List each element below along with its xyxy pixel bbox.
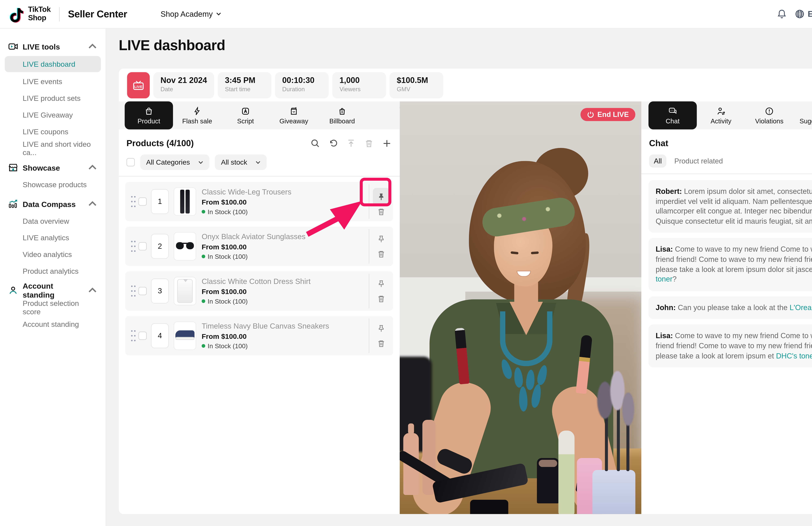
- tab-giveaway[interactable]: Giveaway: [270, 101, 318, 129]
- left-tabstrip: Product Flash sale Script Giveaway: [119, 101, 400, 129]
- svg-text:LIVE: LIVE: [134, 84, 143, 88]
- pin-outline-icon[interactable]: [377, 235, 386, 243]
- globe-icon: [795, 9, 805, 19]
- row-number: 2: [151, 234, 169, 259]
- in-stock-dot: [202, 210, 205, 214]
- in-stock-dot: [202, 255, 205, 258]
- sidebar-group-showcase[interactable]: Showcase: [0, 159, 105, 176]
- tab-product[interactable]: Product: [125, 101, 173, 129]
- drag-handle-icon[interactable]: [130, 329, 136, 342]
- chat-heading: Chat: [649, 138, 668, 148]
- sidebar-item-live-events[interactable]: LIVE events: [0, 73, 105, 89]
- product-stock: In Stock (100): [202, 253, 369, 260]
- pin-button-active[interactable]: [373, 188, 390, 205]
- pin-outline-icon[interactable]: [377, 279, 386, 288]
- giveaway-box-icon: [289, 106, 298, 115]
- chat-author: Lisa:: [656, 245, 673, 253]
- product-name: Classic Wide-Leg Trousers: [202, 188, 369, 196]
- sidebar-item-data-overview[interactable]: Data overview: [0, 213, 105, 229]
- live-video-player[interactable]: Creator name End LIVE: [400, 101, 641, 514]
- person-icon: [8, 286, 18, 295]
- sidebar-item-showcase-products[interactable]: Showcase products: [0, 176, 105, 192]
- end-live-button[interactable]: End LIVE: [581, 108, 635, 121]
- product-name: Timeless Navy Blue Canvas Sneakers: [202, 322, 369, 331]
- stock-dropdown[interactable]: All stock: [215, 155, 267, 170]
- sidebar-item-live-giveaway[interactable]: LIVE Giveaway: [0, 107, 105, 123]
- sidebar-item-live-product-sets[interactable]: LIVE product sets: [0, 90, 105, 106]
- chat-author: Robert:: [656, 187, 682, 195]
- language-selector[interactable]: English: [795, 9, 812, 19]
- row-checkbox[interactable]: [139, 332, 147, 340]
- pin-outline-icon[interactable]: [377, 324, 386, 333]
- product-price: From $100.00: [202, 332, 369, 340]
- add-product-icon[interactable]: [382, 138, 391, 148]
- sidebar-item-live-coupons[interactable]: LIVE coupons: [0, 123, 105, 140]
- product-name: Onyx Black Aviator Sunglasses: [202, 233, 369, 241]
- chat-message: Robert: Lorem ipsum dolor sit amet, cons…: [649, 180, 812, 233]
- tab-script[interactable]: Script: [221, 101, 270, 129]
- sidebar-item-product-selection-score[interactable]: Product selection score: [0, 299, 105, 316]
- chat-filter-all[interactable]: All: [649, 155, 667, 167]
- chat-filter-product-related[interactable]: Product related: [674, 157, 723, 165]
- tab-activity[interactable]: Activity: [697, 101, 745, 129]
- product-row-3[interactable]: 3 Classic White Cotton Dress Shirt From …: [125, 271, 393, 310]
- product-row-2[interactable]: 2 Onyx Black Aviator Sunglasses From $10…: [125, 227, 393, 266]
- tiktok-shop-logo[interactable]: TikTok Shop: [8, 5, 51, 23]
- product-row-1[interactable]: 1 Classic Wide-Leg Trousers From $100.00…: [125, 182, 393, 221]
- drag-handle-icon[interactable]: [130, 240, 136, 253]
- row-checkbox[interactable]: [139, 198, 147, 206]
- chevron-down-icon: [198, 160, 204, 165]
- stat-gmv: $100.5MGMV: [390, 72, 443, 98]
- remove-product-icon[interactable]: [377, 207, 386, 216]
- drag-handle-icon[interactable]: [130, 195, 136, 208]
- script-icon: [241, 106, 250, 115]
- chevron-down-icon: [256, 160, 261, 165]
- activity-person-icon: [716, 106, 725, 115]
- sidebar-group-account-standing[interactable]: Account standing: [0, 282, 105, 299]
- notification-bell-icon[interactable]: [777, 9, 787, 19]
- remove-product-icon[interactable]: [377, 294, 386, 303]
- tab-chat[interactable]: Chat: [649, 101, 697, 129]
- tab-suggestions[interactable]: Suggestions: [794, 101, 812, 129]
- undo-icon[interactable]: [329, 138, 338, 148]
- sidebar-group-data-compass[interactable]: Data Compass: [0, 195, 105, 213]
- product-link[interactable]: DHC's toner: [776, 352, 812, 360]
- products-panel: Product Flash sale Script Giveaway: [119, 101, 400, 514]
- product-link[interactable]: L'Oreal Paris toner: [789, 304, 812, 312]
- delete-icon[interactable]: [364, 138, 373, 148]
- drag-handle-icon[interactable]: [130, 284, 136, 297]
- tab-violations[interactable]: Violations: [745, 101, 794, 129]
- chat-message: Lisa: Come to wave to my new friend Come…: [649, 325, 812, 367]
- sidebar-item-live-short-video[interactable]: LIVE and short video ca...: [0, 140, 105, 156]
- row-checkbox[interactable]: [139, 287, 147, 295]
- header-divider: [59, 7, 60, 21]
- product-row-4[interactable]: 4 Timeless Navy Blue Canvas Sneakers Fro…: [125, 316, 393, 355]
- row-checkbox[interactable]: [139, 242, 147, 250]
- categories-dropdown[interactable]: All Categories: [140, 155, 210, 170]
- product-list: 1 Classic Wide-Leg Trousers From $100.00…: [119, 176, 400, 514]
- move-to-top-icon[interactable]: [347, 138, 356, 148]
- sidebar-item-live-analytics[interactable]: LIVE analytics: [0, 230, 105, 246]
- right-tabstrip: Chat Activity Violations Suggestion: [641, 101, 812, 129]
- product-stock: In Stock (100): [202, 342, 369, 350]
- bar-chart-icon: [8, 199, 18, 209]
- search-icon[interactable]: [311, 138, 320, 148]
- tab-flash-sale[interactable]: Flash sale: [173, 101, 221, 129]
- in-stock-dot: [202, 344, 205, 348]
- row-number: 3: [151, 279, 169, 304]
- remove-product-icon[interactable]: [377, 339, 386, 347]
- tiktok-note-icon: [8, 5, 24, 23]
- sidebar-item-product-analytics[interactable]: Product analytics: [0, 263, 105, 279]
- select-all-checkbox[interactable]: [127, 158, 135, 166]
- sidebar-group-live-tools[interactable]: LIVE tools: [0, 38, 105, 55]
- sidebar-item-account-standing[interactable]: Account standing: [0, 316, 105, 332]
- product-thumbnail-sneakers: [174, 321, 196, 350]
- sidebar-item-live-dashboard[interactable]: LIVE dashboard: [5, 56, 101, 72]
- nav-shop-academy[interactable]: Shop Academy: [161, 10, 221, 18]
- sidebar-nav: LIVE tools LIVE dashboard LIVE events LI…: [0, 29, 106, 526]
- stat-viewers: 1,000Viewers: [332, 72, 386, 98]
- tab-billboard[interactable]: Billboard: [318, 101, 366, 129]
- remove-product-icon[interactable]: [377, 249, 386, 258]
- product-thumbnail-shirt: [174, 277, 196, 305]
- sidebar-item-video-analytics[interactable]: Video analytics: [0, 246, 105, 262]
